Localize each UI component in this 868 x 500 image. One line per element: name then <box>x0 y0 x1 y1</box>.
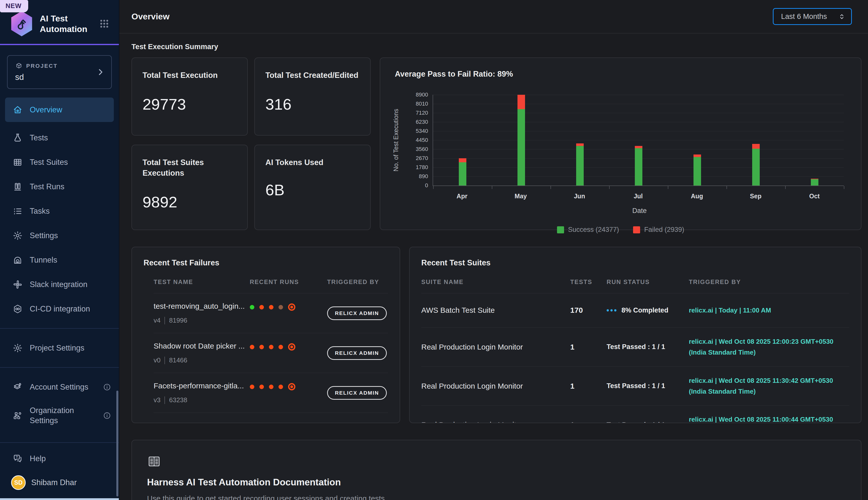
legend-item: Success (24377) <box>557 226 619 234</box>
legend-item: Failed (2939) <box>633 226 684 234</box>
table-row[interactable]: test-removing_auto_login... v481996 RELI… <box>154 293 388 333</box>
card-title: Total Test Created/Edited <box>266 70 360 81</box>
progress-dots-icon <box>607 309 617 311</box>
sidebar-divider <box>0 367 119 368</box>
column-header: TRIGGERED BY <box>327 279 388 285</box>
run-status: Test Passed : 1 / 1 <box>607 421 665 423</box>
project-label: PROJECT <box>26 63 58 69</box>
layers-gear-icon <box>13 382 23 392</box>
section-title: Test Execution Summary <box>131 43 861 51</box>
table-row[interactable]: AWS Batch Test Suite 170 8% Completed re… <box>421 293 849 327</box>
project-selector[interactable]: PROJECT sd <box>7 55 112 89</box>
sidebar-item-label: Tests <box>30 133 48 143</box>
info-icon[interactable] <box>103 383 111 391</box>
newspaper-icon <box>147 454 846 468</box>
sidebar-bottom-scrollbar[interactable] <box>0 498 119 500</box>
table-row[interactable]: Real Production Login Monitor 1 Test Pas… <box>421 366 849 406</box>
table-row[interactable]: Real Production Login Monitor 1 Test Pas… <box>421 405 849 423</box>
run-status-dot <box>288 304 295 311</box>
unfold-chevrons-icon <box>838 13 846 20</box>
documentation-panel: Harness AI Test Automation Documentation… <box>131 440 861 500</box>
sidebar-item-tasks[interactable]: Tasks <box>0 199 119 223</box>
test-version-id: v081466 <box>154 356 250 364</box>
app-title: AI Test Automation <box>40 13 92 35</box>
chevron-right-icon <box>96 68 105 76</box>
recent-runs-dots <box>250 343 327 351</box>
sidebar-item-label: Slack integration <box>30 280 87 289</box>
sidebar-item-label: Settings <box>30 231 58 240</box>
sidebar-item-organization-settings[interactable]: Organization Settings <box>0 399 119 432</box>
suite-tests-count: 1 <box>570 382 607 390</box>
content-scroll-area[interactable]: Test Execution Summary Total Test Execut… <box>119 34 868 500</box>
x-axis-label: Date <box>433 207 846 215</box>
info-icon[interactable] <box>103 411 111 420</box>
avatar: SD <box>11 475 26 490</box>
card-total-suite-executions: Total Test Suites Executions 9892 <box>131 145 248 230</box>
docs-title: Harness AI Test Automation Documentation <box>147 477 846 488</box>
run-status-dot <box>288 423 295 423</box>
user-name: Shibam Dhar <box>31 478 77 487</box>
recent-runs-dots <box>250 383 327 390</box>
run-status-dot <box>279 305 283 309</box>
table-row[interactable]: Shadow root Date picker ... v081466 RELI… <box>154 333 388 373</box>
sidebar-item-label: Overview <box>30 105 62 114</box>
suite-name: AWS Batch Test Suite <box>421 306 570 315</box>
run-status-dot <box>288 383 295 390</box>
project-name: sd <box>15 72 104 82</box>
flask-icon <box>13 133 23 143</box>
cicd-hexagon-icon <box>13 304 23 314</box>
sidebar-item-help[interactable]: ? Help <box>0 446 119 471</box>
sidebar-item-slack-integration[interactable]: Slack integration <box>0 272 119 297</box>
test-name: test-removing_auto_login... <box>154 302 250 310</box>
table-row[interactable]: Facets-performance-gitla... v363238 RELI… <box>154 373 388 412</box>
sidebar-item-test-runs[interactable]: Test Runs <box>0 174 119 199</box>
run-status: Test Passed : 1 / 1 <box>607 343 665 351</box>
sidebar-item-cicd-integration[interactable]: CI-CD integration <box>0 297 119 321</box>
card-title: AI Tokens Used <box>266 157 360 168</box>
brand-divider <box>0 44 119 45</box>
sidebar-nav: Overview Tests Test Suites <box>0 98 119 321</box>
y-axis-ticks: 0890178026703560445053406230712080108900 <box>402 95 428 185</box>
app-logo-icon <box>10 11 33 36</box>
sidebar-item-settings[interactable]: Settings <box>0 223 119 248</box>
failures-table-header: TEST NAME RECENT RUNS TRIGGERED BY <box>154 279 388 293</box>
slack-icon <box>13 280 23 289</box>
chart-bars <box>433 95 844 185</box>
panel-title: Recent Test Suites <box>421 258 849 268</box>
sidebar-item-label: Account Settings <box>30 383 89 391</box>
new-badge: NEW <box>0 0 28 12</box>
apps-grid-icon[interactable] <box>99 18 110 29</box>
sidebar-item-test-suites[interactable]: Test Suites <box>0 150 119 174</box>
sidebar-item-overview[interactable]: Overview <box>5 98 114 122</box>
triggered-by-link: relicx.ai | Wed Oct 08 2025 11:00:44 GMT… <box>689 414 849 423</box>
user-menu[interactable]: SD Shibam Dhar <box>0 471 119 497</box>
bar-chart: 0890178026703560445053406230712080108900… <box>433 95 844 186</box>
suite-name: Real Production Login Monitor <box>421 421 570 423</box>
sidebar-scrollbar[interactable] <box>116 391 118 497</box>
sidebar-item-label: Project Settings <box>30 343 84 353</box>
recent-runs-dots <box>250 304 327 311</box>
test-name: Copilot: Classified: Leave... <box>154 421 250 423</box>
card-title: Total Test Execution <box>142 70 237 81</box>
column-header: TESTS <box>570 279 607 285</box>
table-row[interactable]: Real Production Login Monitor 1 Test Pas… <box>421 327 849 366</box>
sidebar-item-tests[interactable]: Tests <box>0 125 119 150</box>
test-version-id: v363238 <box>154 396 250 404</box>
table-row[interactable]: Copilot: Classified: Leave... v663129 RE… <box>154 412 388 423</box>
run-status-dot <box>259 345 264 349</box>
org-chart-gear-icon <box>13 410 23 421</box>
sidebar-item-project-settings[interactable]: Project Settings <box>0 336 119 360</box>
sidebar-item-label: Test Suites <box>30 158 68 167</box>
sidebar-item-label: Test Runs <box>30 182 64 191</box>
run-status-dot <box>250 345 254 349</box>
triggered-by-badge: RELICX ADMIN <box>327 346 387 360</box>
run-status-dot <box>269 345 273 349</box>
sidebar-item-account-settings[interactable]: Account Settings <box>0 375 119 399</box>
sidebar-item-tunnels[interactable]: Tunnels <box>0 248 119 272</box>
card-value: 29773 <box>142 95 237 113</box>
panel-title: Recent Test Failures <box>143 258 388 268</box>
test-name: Shadow root Date picker ... <box>154 342 250 350</box>
card-value: 9892 <box>142 193 237 211</box>
time-range-select[interactable]: Last 6 Months <box>773 8 852 25</box>
chart-title: Average Pass to Fail Ratio: 89% <box>395 70 846 79</box>
